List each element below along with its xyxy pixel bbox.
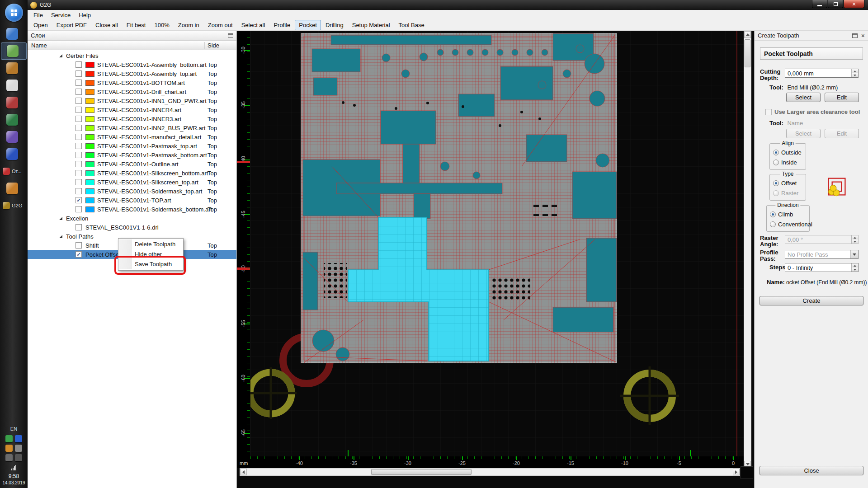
layer-color-swatch[interactable] [85,98,94,104]
tree-expand-icon[interactable] [59,54,62,57]
layer-color-swatch[interactable] [85,80,94,86]
clearance-select-button[interactable]: Select [786,129,821,138]
taskbar-item-report[interactable]: От... [0,163,28,180]
toolbar-open[interactable]: Open [29,20,52,30]
taskbar-item-browser[interactable] [0,145,28,163]
spin-up-icon[interactable] [852,263,858,267]
use-larger-tool-row[interactable]: Use Larger area clearance tool [765,108,860,115]
column-name[interactable]: Name [28,42,204,49]
language-indicator[interactable]: EN [0,426,28,432]
toolbar-export-pdf[interactable]: Export PDF [52,20,91,30]
layer-visibility-checkbox[interactable] [75,125,82,131]
pcb-canvas[interactable] [250,31,744,456]
toolbar-profile[interactable]: Profile [269,20,294,30]
spin-up-icon[interactable] [852,235,858,239]
layer-group-excellon[interactable]: Excellon [28,214,236,223]
layer-color-swatch[interactable] [85,179,94,185]
spinner-buttons[interactable] [851,69,858,77]
layer-visibility-checkbox[interactable] [75,107,82,113]
radio-inside[interactable]: Inside [773,159,797,166]
layer-row-steval-esc001v1-assembly-top-art[interactable]: STEVAL-ESC001v1-Assembly_top.artTop [28,69,236,78]
horizontal-scrollbar[interactable] [240,468,740,476]
tray-volume-icon[interactable] [15,445,22,452]
radio-raster[interactable]: Raster [773,190,798,197]
toolbar-tool-base[interactable]: Tool Base [395,20,429,30]
pcb-viewport[interactable]: -30-35-40-45-50-55-60-65 mm -40-35-30-25… [237,31,754,488]
spin-up-icon[interactable] [852,69,858,73]
create-button[interactable]: Create [760,296,863,305]
layer-color-swatch[interactable] [85,170,94,176]
layer-color-swatch[interactable] [85,62,94,68]
toolbar-setup-material[interactable]: Setup Material [348,20,394,30]
layer-color-swatch[interactable] [85,143,94,149]
layer-visibility-checkbox[interactable]: ✓ [75,197,82,203]
clearance-edit-button[interactable]: Edit [825,129,859,138]
layer-row-steval-esc001v1-inn1-gnd-pwr-art[interactable]: STEVAL-ESC001v1-INN1_GND_PWR.artTop [28,96,236,105]
close-button[interactable]: Close [760,466,863,475]
profile-pass-select[interactable]: No Profile Pass [785,250,859,259]
scroll-right-button[interactable] [733,469,740,475]
layer-color-swatch[interactable] [85,206,94,212]
layer-color-swatch[interactable] [85,188,94,194]
layer-group-gerber-files[interactable]: Gerber Files [28,51,236,60]
raster-angle-input[interactable]: 0,00 ° [785,235,859,244]
layer-color-swatch[interactable] [85,116,94,122]
context-item-delete-toolpath[interactable]: Delete Toolpath [119,239,182,249]
taskbar-item-notepad[interactable] [0,77,28,94]
vertical-scroll-thumb[interactable] [745,39,750,67]
layer-color-swatch[interactable] [85,89,94,95]
layer-color-swatch[interactable] [85,161,94,167]
layer-row-steval-esc001v1-manufact-detail-art[interactable]: STEVAL-ESC001v1-manufact_detail.artTop [28,132,236,141]
taskbar-item-spreadsheet[interactable] [0,111,28,128]
horizontal-scroll-thumb[interactable] [371,469,472,475]
layer-row-steval-esc001v1-soldermask-top-art[interactable]: STEVAL-ESC001v1-Soldermask_top.artTop [28,187,236,196]
taskbar-item-app-window[interactable] [0,25,28,42]
panel-close-icon[interactable] [861,32,865,39]
menu-service[interactable]: Service [47,11,75,19]
layer-row-steval-esc001v1-pastmask-top-art[interactable]: STEVAL-ESC001v1-Pastmask_top.artTop [28,141,236,150]
panel-dock-icon[interactable] [228,33,233,38]
tray-grid-icon[interactable] [5,454,13,461]
spin-down-icon[interactable] [852,239,858,244]
layer-visibility-checkbox[interactable] [75,161,82,167]
taskbar-item-g2g-app[interactable]: G2G [0,197,28,214]
layer-visibility-checkbox[interactable] [75,152,82,158]
toolbar-drilling[interactable]: Drilling [321,20,348,30]
panel-float-icon[interactable] [852,33,858,38]
taskbar-item-graphics-app[interactable] [0,180,28,197]
column-side[interactable]: Side [204,42,236,49]
network-signal-icon[interactable] [11,465,16,470]
minimize-button[interactable] [812,0,827,8]
spin-down-icon[interactable] [852,73,858,77]
layer-row-steval-esc001v1-inner3-art[interactable]: STEVAL-ESC001v1-INNER3.artTop [28,114,236,123]
steps-input[interactable]: 0 - Infinity [785,263,859,272]
layer-visibility-checkbox[interactable] [75,242,82,249]
radio-conventional[interactable]: Conventional [770,221,812,228]
spinner-buttons[interactable] [851,235,858,244]
scroll-up-button[interactable] [744,31,751,38]
maximize-button[interactable] [828,0,843,8]
layer-visibility-checkbox[interactable] [75,143,82,149]
layer-row-steval-esc001v1-top-art[interactable]: ✓STEVAL-ESC001v1-TOP.artTop [28,196,236,205]
cutting-depth-input[interactable]: 0,000 mm [785,69,859,78]
layer-row-steval-esc001v1-pastmask-bottom-art[interactable]: STEVAL-ESC001v1-Pastmask_bottom.artTop [28,150,236,160]
tray-input-tool-icon[interactable] [15,435,22,442]
layer-row-steval-esc001v1-silkscreen-bottom-art[interactable]: STEVAL-ESC001v1-Silkscreen_bottom.artTop [28,169,236,178]
layer-row-steval-esc001v1-bottom-art[interactable]: STEVAL-ESC001v1-BOTTOM.artTop [28,78,236,87]
clock-time[interactable]: 9:58 [0,473,28,479]
layer-color-swatch[interactable] [85,71,94,77]
layer-visibility-checkbox[interactable] [75,170,82,176]
spin-down-icon[interactable] [852,267,858,272]
tray-shield-icon[interactable] [5,435,13,442]
layer-visibility-checkbox[interactable] [75,224,82,230]
layer-color-swatch[interactable] [85,125,94,131]
layer-color-swatch[interactable] [85,107,94,113]
tree-expand-icon[interactable] [59,235,62,238]
menu-file[interactable]: File [29,11,47,19]
layer-row-steval-esc001v1-1-6-drl[interactable]: STEVAL_ESC001V1-1-6.drl [28,223,236,232]
toolbar-select-all[interactable]: Select all [237,20,269,30]
layer-visibility-checkbox[interactable] [75,188,82,194]
taskbar-item-service-tool[interactable] [0,94,28,111]
toolbar-fit-best[interactable]: Fit best [123,20,150,30]
layer-visibility-checkbox[interactable] [75,116,82,122]
